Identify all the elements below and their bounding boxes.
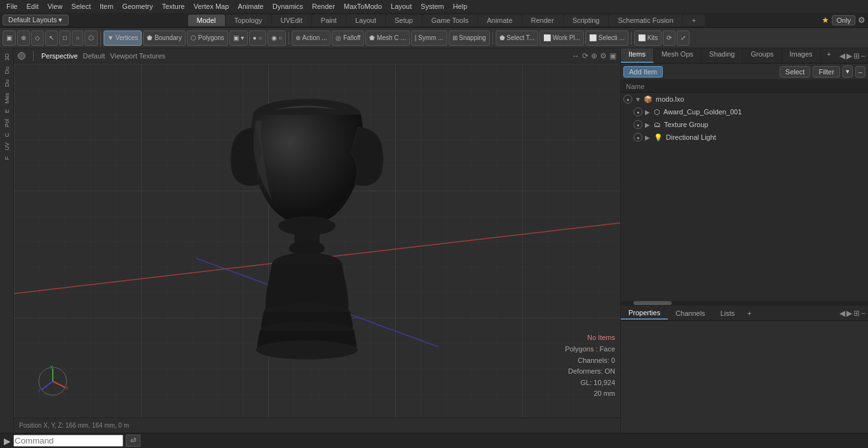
toolbar-kits-btn[interactable]: ⬜ Kits xyxy=(634,31,661,46)
items-panel-collapse-left[interactable]: ◀ xyxy=(839,51,845,60)
tab-paint[interactable]: Paint xyxy=(312,15,346,26)
toolbar-snapping-btn[interactable]: ⊞ Snapping xyxy=(449,31,490,46)
add-item-button[interactable]: Add Item xyxy=(623,66,663,78)
tab-plus[interactable]: + xyxy=(683,15,705,26)
sidebar-item-mesh[interactable]: Mes xyxy=(3,90,11,106)
tab-mesh-ops[interactable]: Mesh Ops xyxy=(654,48,702,63)
toolbar-polygons-btn[interactable]: ⬡ Polygons xyxy=(187,31,228,46)
toolbar-selection-btn[interactable]: ⬜ Selecti ... xyxy=(585,31,628,46)
tab-game-tools[interactable]: Game Tools xyxy=(423,15,478,26)
tab-images[interactable]: Images xyxy=(782,48,821,63)
tab-items[interactable]: Items xyxy=(621,48,654,63)
items-panel-minus[interactable]: – xyxy=(861,51,865,60)
items-list[interactable]: ● ▼ 📦 modo.lxo ● ▶ ⬡ Award_Cup_Golden_00… xyxy=(621,93,868,301)
default-layouts-dropdown[interactable]: Default Layouts ▾ xyxy=(3,15,69,25)
tab-properties[interactable]: Properties xyxy=(621,307,668,320)
menu-help[interactable]: Help xyxy=(449,1,471,11)
sidebar-item-e[interactable]: E xyxy=(3,107,11,116)
sidebar-item-c[interactable]: C xyxy=(3,130,11,140)
menu-file[interactable]: File xyxy=(3,1,22,11)
eye-texture-group[interactable]: ● xyxy=(634,120,642,129)
tab-scripting[interactable]: Scripting xyxy=(564,15,609,26)
menu-select[interactable]: Select xyxy=(67,1,95,11)
items-collapse-btn[interactable]: ▾ xyxy=(843,65,853,78)
eye-directional-light[interactable]: ● xyxy=(634,133,642,142)
toolbar-toggle2-btn[interactable]: ◉ ○ xyxy=(268,31,287,46)
props-panel-grid[interactable]: ⊞ xyxy=(853,309,860,318)
items-expand-btn[interactable]: – xyxy=(855,66,865,78)
toolbar-mode-btn[interactable]: ▣ xyxy=(3,31,16,46)
props-tab-plus[interactable]: + xyxy=(742,308,756,319)
tree-row-directional-light[interactable]: ● ▶ 💡 Directional Light xyxy=(621,131,868,144)
sidebar-item-dup1[interactable]: Du xyxy=(3,64,11,77)
tab-schematic-fusion[interactable]: Schematic Fusion xyxy=(609,15,682,26)
toolbar-poly-btn[interactable]: ⬡ xyxy=(85,31,98,46)
menu-layout[interactable]: Layout xyxy=(387,1,416,11)
props-panel-expand-right[interactable]: ▶ xyxy=(846,309,852,318)
tab-uvedit[interactable]: UVEdit xyxy=(272,15,311,26)
only-button[interactable]: Only xyxy=(832,15,855,25)
filter-button[interactable]: Filter xyxy=(813,66,839,78)
toolbar-mesh-constraint-btn[interactable]: ⬟ Mesh C ... xyxy=(365,31,409,46)
toolbar-work-plane-btn[interactable]: ⬜ Work Pl... xyxy=(539,31,584,46)
tab-setup[interactable]: Setup xyxy=(386,15,422,26)
gear-button[interactable]: ⚙ xyxy=(858,15,865,25)
viewport-icon-move[interactable]: ↔ xyxy=(572,51,580,60)
sidebar-item-3d[interactable]: 3D xyxy=(3,51,11,64)
viewport-icon-grid[interactable]: ▣ xyxy=(609,51,616,60)
props-panel-collapse-left[interactable]: ◀ xyxy=(839,309,845,318)
toolbar-select-shape-btn[interactable]: ◇ xyxy=(31,31,44,46)
command-run-button[interactable]: ⏎ xyxy=(126,435,140,447)
arrow-award-cup[interactable]: ▶ xyxy=(645,109,653,116)
toolbar-circle-btn[interactable]: ○ xyxy=(72,31,83,46)
eye-award-cup[interactable]: ● xyxy=(634,107,642,116)
toolbar-vertices-btn[interactable]: ▼ ▼ VerticesVertices xyxy=(104,31,142,46)
viewport-icon-gear[interactable]: ⚙ xyxy=(600,51,607,60)
sidebar-item-pol[interactable]: Pol xyxy=(3,116,11,130)
menu-vertex-map[interactable]: Vertex Map xyxy=(190,1,233,11)
tab-animate[interactable]: Animate xyxy=(478,15,521,26)
select-button[interactable]: Select xyxy=(780,66,811,78)
menu-geometry[interactable]: Geometry xyxy=(118,1,156,11)
sidebar-item-f[interactable]: F xyxy=(3,154,11,163)
sidebar-item-dup2[interactable]: Du xyxy=(3,77,11,90)
tab-shading[interactable]: Shading xyxy=(702,48,743,63)
items-panel-grid[interactable]: ⊞ xyxy=(853,51,860,60)
tree-row-award-cup[interactable]: ● ▶ ⬡ Award_Cup_Golden_001 xyxy=(621,105,868,118)
menu-dynamics[interactable]: Dynamics xyxy=(269,1,307,11)
tab-render[interactable]: Render xyxy=(522,15,563,26)
viewport-canvas[interactable]: x y z No Items Polygons : Face Channels:… xyxy=(14,64,620,417)
toolbar-expand-btn[interactable]: ⤢ xyxy=(677,31,689,46)
items-scroll-thumb[interactable] xyxy=(634,301,672,305)
items-panel-collapse-right[interactable]: ▶ xyxy=(846,51,852,60)
tree-row-texture-group[interactable]: ● ▶ 🗂 Texture Group xyxy=(621,118,868,131)
menu-maxtomodo[interactable]: MaxToModo xyxy=(340,1,386,11)
command-arrow[interactable]: ▶ xyxy=(4,436,11,446)
toolbar-refresh-btn[interactable]: ⟳ xyxy=(663,31,675,46)
sidebar-item-uv[interactable]: UV xyxy=(3,140,11,153)
viewport-default-label[interactable]: Default xyxy=(83,52,105,60)
toolbar-transform-btn[interactable]: □ xyxy=(59,31,71,46)
tab-model[interactable]: Model xyxy=(188,15,225,26)
menu-animate[interactable]: Animate xyxy=(234,1,267,11)
toolbar-mesh-type-btn[interactable]: ▣ ▾ xyxy=(229,31,248,46)
viewport-icon-zoom[interactable]: ⊕ xyxy=(591,51,597,60)
menu-render[interactable]: Render xyxy=(308,1,339,11)
menu-texture[interactable]: Texture xyxy=(158,1,189,11)
viewport-textures-label[interactable]: Viewport Textures xyxy=(110,52,165,60)
toolbar-boundary-btn[interactable]: ⬟ Boundary xyxy=(143,31,186,46)
toolbar-action-btn[interactable]: ⊕ Action ... xyxy=(292,31,330,46)
tab-topology[interactable]: Topology xyxy=(226,15,271,26)
eye-modo-lxo[interactable]: ● xyxy=(623,95,632,104)
tab-lists[interactable]: Lists xyxy=(713,308,743,319)
viewport-icon-rotate[interactable]: ⟳ xyxy=(582,51,588,60)
menu-edit[interactable]: Edit xyxy=(23,1,43,11)
viewport-eye[interactable] xyxy=(18,52,25,60)
toolbar-toggle1-btn[interactable]: ● ○ xyxy=(249,31,266,46)
arrow-directional-light[interactable]: ▶ xyxy=(645,134,653,141)
menu-view[interactable]: View xyxy=(44,1,67,11)
toolbar-select-tool-btn[interactable]: ⬟ Select T... xyxy=(496,31,539,46)
star-button[interactable]: ★ xyxy=(822,15,829,25)
toolbar-globe-btn[interactable]: ⊕ xyxy=(17,31,30,46)
arrow-texture-group[interactable]: ▶ xyxy=(645,121,653,128)
